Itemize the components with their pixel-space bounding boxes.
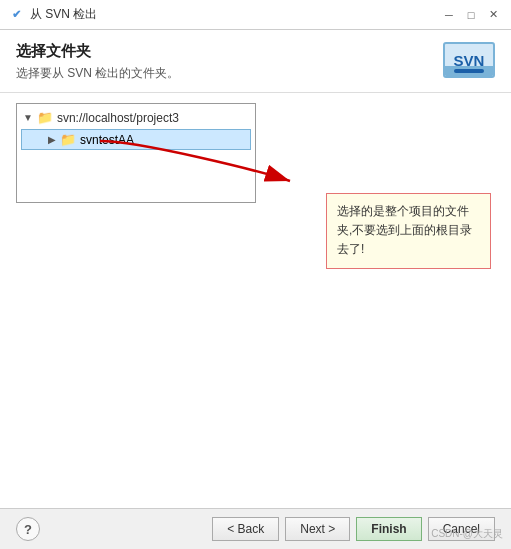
svn-logo: SVN (443, 42, 495, 78)
tree-root-label: svn://localhost/project3 (57, 111, 179, 125)
header-title: 选择文件夹 (16, 42, 179, 61)
minimize-button[interactable]: ─ (439, 5, 459, 25)
main-content: ▼ 📁 svn://localhost/project3 ▶ 📁 svntest… (0, 93, 511, 508)
app-icon: ✔ (8, 7, 24, 23)
back-button[interactable]: < Back (212, 517, 279, 541)
footer-buttons: < Back Next > Finish Cancel (212, 517, 495, 541)
header-text: 选择文件夹 选择要从 SVN 检出的文件夹。 (16, 42, 179, 82)
tree-root: ▼ 📁 svn://localhost/project3 (17, 108, 255, 127)
title-bar-text: 从 SVN 检出 (30, 6, 433, 23)
maximize-button[interactable]: □ (461, 5, 481, 25)
header-area: 选择文件夹 选择要从 SVN 检出的文件夹。 SVN (0, 30, 511, 93)
annotation-tooltip: 选择的是整个项目的文件夹,不要选到上面的根目录去了! (326, 193, 491, 269)
tree-view[interactable]: ▼ 📁 svn://localhost/project3 ▶ 📁 svntest… (16, 103, 256, 203)
help-button[interactable]: ? (16, 517, 40, 541)
root-folder-icon: 📁 (37, 110, 53, 125)
cancel-button[interactable]: Cancel (428, 517, 495, 541)
finish-button[interactable]: Finish (356, 517, 421, 541)
folder-icon: 📁 (60, 132, 76, 147)
next-button[interactable]: Next > (285, 517, 350, 541)
footer: ? < Back Next > Finish Cancel (0, 508, 511, 549)
close-button[interactable]: ✕ (483, 5, 503, 25)
header-subtitle: 选择要从 SVN 检出的文件夹。 (16, 65, 179, 82)
tree-item-arrow: ▶ (48, 134, 56, 145)
tree-item-svntestaa[interactable]: ▶ 📁 svntestAA (21, 129, 251, 150)
title-bar: ✔ 从 SVN 检出 ─ □ ✕ (0, 0, 511, 30)
tree-item-label: svntestAA (80, 133, 134, 147)
title-bar-controls: ─ □ ✕ (439, 5, 503, 25)
